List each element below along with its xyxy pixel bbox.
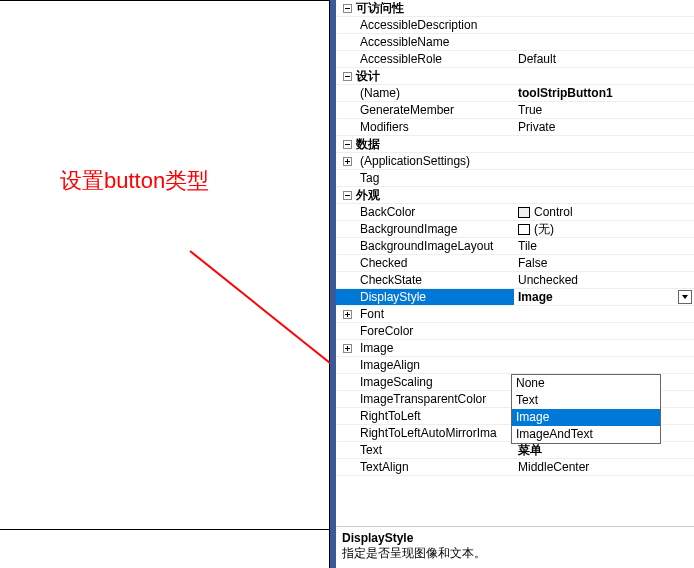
prop-checked[interactable]: CheckedFalse <box>336 255 694 272</box>
property-grid: 可访问性 AccessibleDescription AccessibleNam… <box>330 0 694 568</box>
prop-accessibledescription[interactable]: AccessibleDescription <box>336 17 694 34</box>
dropdown-item-none[interactable]: None <box>512 375 660 392</box>
category-data[interactable]: 数据 <box>336 136 694 153</box>
displaystyle-dropdown[interactable]: None Text Image ImageAndText <box>511 374 661 444</box>
expand-icon[interactable] <box>340 341 354 355</box>
category-label: 外观 <box>356 187 380 204</box>
prop-modifiers[interactable]: ModifiersPrivate <box>336 119 694 136</box>
prop-accessiblename[interactable]: AccessibleName <box>336 34 694 51</box>
prop-backgroundimagelayout[interactable]: BackgroundImageLayoutTile <box>336 238 694 255</box>
prop-backgroundimage[interactable]: BackgroundImage(无) <box>336 221 694 238</box>
color-swatch-icon <box>518 207 530 218</box>
dropdown-item-imageandtext[interactable]: ImageAndText <box>512 426 660 443</box>
help-title: DisplayStyle <box>342 531 688 545</box>
collapse-icon[interactable] <box>340 137 354 151</box>
expand-icon[interactable] <box>340 154 354 168</box>
collapse-icon[interactable] <box>340 1 354 15</box>
help-pane: DisplayStyle 指定是否呈现图像和文本。 <box>336 526 694 566</box>
category-label: 可访问性 <box>356 0 404 17</box>
category-appearance[interactable]: 外观 <box>336 187 694 204</box>
category-label: 设计 <box>356 68 380 85</box>
prop-name[interactable]: (Name)toolStripButton1 <box>336 85 694 102</box>
annotation-arrow <box>180 241 350 381</box>
design-surface: 设置button类型 <box>0 0 330 568</box>
prop-displaystyle[interactable]: DisplayStyle Image <box>336 289 694 306</box>
prop-accessiblerole[interactable]: AccessibleRoleDefault <box>336 51 694 68</box>
displaystyle-value: Image <box>518 289 553 306</box>
expand-icon[interactable] <box>340 307 354 321</box>
dropdown-item-text[interactable]: Text <box>512 392 660 409</box>
help-description: 指定是否呈现图像和文本。 <box>342 545 688 562</box>
category-accessibility[interactable]: 可访问性 <box>336 0 694 17</box>
category-design[interactable]: 设计 <box>336 68 694 85</box>
category-label: 数据 <box>356 136 380 153</box>
prop-forecolor[interactable]: ForeColor <box>336 323 694 340</box>
prop-tag[interactable]: Tag <box>336 170 694 187</box>
dropdown-button[interactable] <box>678 290 692 304</box>
prop-text[interactable]: Text菜单 <box>336 442 694 459</box>
dropdown-item-image[interactable]: Image <box>512 409 660 426</box>
prop-backcolor[interactable]: BackColorControl <box>336 204 694 221</box>
collapse-icon[interactable] <box>340 69 354 83</box>
prop-textalign[interactable]: TextAlignMiddleCenter <box>336 459 694 476</box>
annotation-text: 设置button类型 <box>60 166 209 196</box>
image-swatch-icon <box>518 224 530 235</box>
prop-image[interactable]: Image <box>336 340 694 357</box>
prop-imagealign[interactable]: ImageAlign <box>336 357 694 374</box>
divider <box>0 529 330 530</box>
prop-checkstate[interactable]: CheckStateUnchecked <box>336 272 694 289</box>
prop-applicationsettings[interactable]: (ApplicationSettings) <box>336 153 694 170</box>
prop-font[interactable]: Font <box>336 306 694 323</box>
svg-line-0 <box>190 251 340 371</box>
prop-generatemember[interactable]: GenerateMemberTrue <box>336 102 694 119</box>
collapse-icon[interactable] <box>340 188 354 202</box>
